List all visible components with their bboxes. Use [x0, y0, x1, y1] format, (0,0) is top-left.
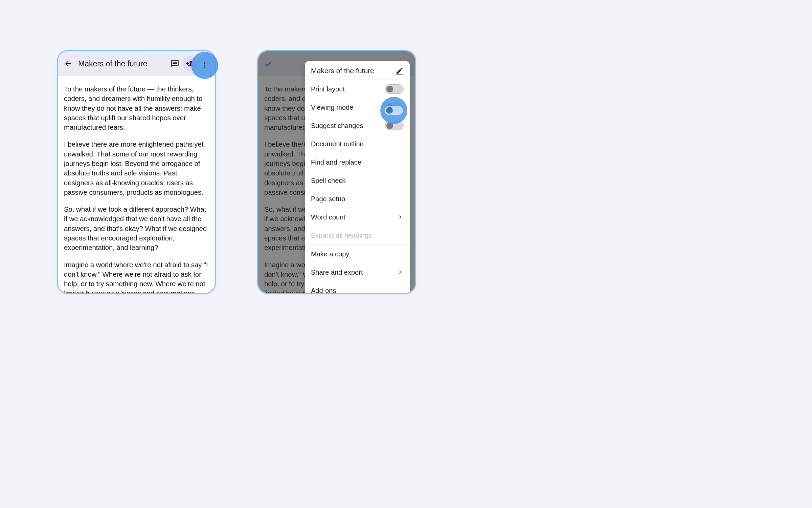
menu-label: Find and replace — [311, 158, 404, 166]
chevron-right-icon — [397, 269, 404, 276]
menu-label: Page setup — [311, 195, 404, 203]
menu-label: Expand all headings — [311, 232, 404, 239]
edit-icon — [396, 67, 404, 75]
menu-label: Word count — [311, 213, 397, 221]
phone-view-mode: Makers of the future To the makers of th… — [57, 50, 216, 294]
comments-button[interactable] — [167, 56, 182, 71]
menu-find-replace[interactable]: Find and replace — [305, 153, 410, 171]
tutorial-highlight — [380, 97, 407, 124]
paragraph: I believe there are more enlightened pat… — [64, 140, 209, 197]
comment-icon — [171, 59, 179, 68]
menu-label: Spell check — [311, 177, 404, 185]
phone-edit-mode: To the makers of the future — the thinke… — [257, 50, 416, 294]
menu-label: Share and export — [311, 269, 397, 276]
menu-expand-headings: Expand all headings — [305, 226, 410, 245]
menu-page-setup[interactable]: Page setup — [305, 190, 410, 208]
arrow-left-icon — [64, 60, 72, 68]
menu-label: Make a copy — [311, 250, 404, 258]
rename-button[interactable] — [396, 67, 404, 75]
back-button[interactable] — [61, 56, 75, 71]
more-vert-icon — [201, 61, 209, 69]
chevron-right-icon — [397, 214, 404, 220]
menu-document-outline[interactable]: Document outline — [305, 135, 410, 153]
menu-label: Suggest changes — [311, 122, 385, 130]
svg-point-5 — [204, 67, 205, 68]
toggle-icon — [384, 106, 403, 115]
print-layout-toggle[interactable] — [385, 84, 404, 94]
menu-title: Makers of the future — [311, 67, 396, 75]
menu-print-layout[interactable]: Print layout — [305, 80, 410, 98]
svg-point-4 — [204, 65, 205, 66]
menu-label: Print layout — [311, 85, 385, 93]
tutorial-highlight — [191, 52, 218, 79]
menu-share-export[interactable]: Share and export — [305, 263, 410, 281]
menu-spell-check[interactable]: Spell check — [305, 171, 410, 190]
svg-point-3 — [204, 62, 205, 64]
paragraph: To the makers of the future — the thinke… — [64, 84, 209, 132]
menu-addons[interactable]: Add-ons — [305, 281, 410, 294]
menu-label: Viewing mode — [311, 104, 385, 111]
document-title: Makers of the future — [75, 59, 167, 68]
overflow-menu: Makers of the future Print layout Viewin… — [305, 61, 410, 294]
menu-header: Makers of the future — [305, 61, 410, 80]
paragraph: Imagine a world where we're not afraid t… — [64, 260, 209, 294]
menu-word-count[interactable]: Word count — [305, 208, 410, 226]
menu-make-copy[interactable]: Make a copy — [305, 245, 410, 263]
menu-label: Document outline — [311, 140, 404, 148]
document-body: To the makers of the future — the thinke… — [58, 76, 215, 294]
paragraph: So, what if we took a different approach… — [64, 205, 209, 252]
menu-label: Add-ons — [311, 287, 404, 294]
